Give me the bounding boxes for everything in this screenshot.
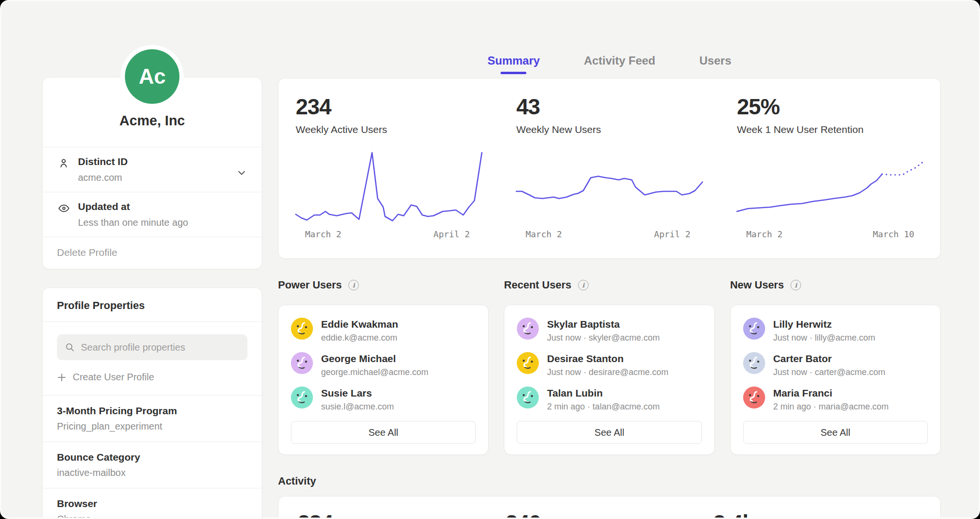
user-avatar bbox=[743, 352, 765, 374]
user-list-item[interactable]: Eddie Kwakman eddie.k@acme.com bbox=[291, 318, 476, 343]
org-avatar: Ac bbox=[125, 49, 179, 104]
profile-properties-card: Profile Properties Create User Profile bbox=[42, 287, 262, 519]
property-value: Pricing_plan_experiment bbox=[57, 421, 247, 432]
stat-label: Week 1 New User Retention bbox=[737, 124, 923, 135]
user-avatar bbox=[291, 386, 313, 409]
user-list-item[interactable]: Lilly Herwitz Just now · lilly@acme.com bbox=[743, 318, 928, 343]
user-name: Talan Lubin bbox=[547, 386, 659, 399]
tab-activity-feed[interactable]: Activity Feed bbox=[584, 54, 655, 74]
user-list-item[interactable]: Skylar Baptista Just now · skyler@acme.c… bbox=[517, 318, 702, 343]
x-tick-label: April 2 bbox=[654, 229, 690, 239]
property-list: 3-Month Pricing Program Pricing_plan_exp… bbox=[43, 395, 262, 519]
search-input[interactable] bbox=[81, 342, 240, 353]
x-axis: March 2April 2 bbox=[296, 229, 482, 242]
user-name: Eddie Kwakman bbox=[321, 318, 398, 330]
power-users-card: Eddie Kwakman eddie.k@acme.com George Mi… bbox=[278, 305, 489, 455]
distinct-id-row[interactable]: Distinct ID acme.com bbox=[43, 147, 262, 192]
tab-bar: Summary Activity Feed Users bbox=[278, 54, 941, 74]
profile-properties-title: Profile Properties bbox=[43, 288, 262, 322]
eye-icon bbox=[57, 201, 70, 215]
user-subtext: susie.l@acme.com bbox=[321, 402, 394, 412]
section-title: New Users bbox=[730, 279, 784, 291]
user-avatar bbox=[517, 352, 539, 374]
user-name: Carter Bator bbox=[773, 352, 885, 364]
create-user-profile-button[interactable]: Create User Profile bbox=[57, 372, 154, 383]
activity-stat-value: 234 bbox=[298, 510, 505, 519]
updated-at-row: Updated at Less than one minute ago bbox=[43, 192, 262, 237]
user-subtext: Just now · desirare@acme.com bbox=[547, 367, 668, 377]
user-avatar bbox=[291, 352, 313, 374]
stat-week1-retention: 25% Week 1 New User Retention March 2Mar… bbox=[720, 94, 940, 258]
activity-card: 234 240 3.4k bbox=[278, 496, 941, 519]
property-value: inactive-mailbox bbox=[57, 467, 247, 478]
profile-properties-search[interactable] bbox=[57, 334, 247, 360]
activity-stat-value: 240 bbox=[505, 510, 713, 519]
recent-users-card: Skylar Baptista Just now · skyler@acme.c… bbox=[504, 305, 714, 455]
app-window: Ac Acme, Inc Distinct ID acme.com bbox=[0, 0, 980, 519]
chevron-down-icon[interactable] bbox=[236, 167, 247, 180]
user-name: Desirae Stanton bbox=[547, 352, 668, 364]
user-subtext: Just now · carter@acme.com bbox=[773, 367, 885, 377]
stat-weekly-active-users: 234 Weekly Active Users March 2April 2 bbox=[278, 94, 499, 258]
user-list-item[interactable]: Carter Bator Just now · carter@acme.com bbox=[743, 352, 928, 377]
tab-summary-label: Summary bbox=[488, 54, 540, 67]
plus-icon bbox=[57, 373, 67, 382]
sparkline-chart bbox=[296, 150, 482, 221]
user-avatar bbox=[743, 318, 765, 340]
property-row: Browser Chrome bbox=[43, 488, 262, 519]
user-list-item[interactable]: Susie Lars susie.l@acme.com bbox=[291, 386, 476, 412]
distinct-id-label: Distinct ID bbox=[78, 156, 228, 167]
person-icon bbox=[57, 156, 70, 169]
stat-value: 25% bbox=[737, 94, 923, 120]
x-tick-label: March 2 bbox=[525, 229, 562, 239]
info-icon[interactable]: i bbox=[348, 280, 359, 290]
tab-users[interactable]: Users bbox=[700, 54, 732, 74]
property-row: Bounce Category inactive-mailbox bbox=[43, 442, 262, 488]
activity-section-title: Activity bbox=[278, 475, 316, 487]
user-subtext: 2 min ago · talan@acme.com bbox=[547, 402, 659, 412]
profile-sidebar: Ac Acme, Inc Distinct ID acme.com bbox=[42, 77, 262, 519]
see-all-button[interactable]: See All bbox=[291, 421, 476, 444]
user-subtext: Just now · lilly@acme.com bbox=[773, 333, 875, 343]
distinct-id-value: acme.com bbox=[78, 172, 228, 183]
x-axis: March 2April 2 bbox=[516, 229, 702, 242]
x-tick-label: March 2 bbox=[305, 229, 341, 239]
user-avatar bbox=[517, 386, 539, 409]
user-cards-row: Eddie Kwakman eddie.k@acme.com George Mi… bbox=[278, 305, 941, 455]
user-subtext: eddie.k@acme.com bbox=[321, 333, 398, 343]
see-all-button[interactable]: See All bbox=[517, 421, 702, 444]
user-avatar bbox=[743, 386, 765, 409]
recent-users-header: Recent Users i bbox=[504, 279, 714, 291]
property-name: Bounce Category bbox=[57, 452, 247, 463]
x-tick-label: March 10 bbox=[873, 229, 914, 239]
see-all-button[interactable]: See All bbox=[743, 421, 928, 444]
property-name: Browser bbox=[57, 498, 247, 509]
user-subtext: Just now · skyler@acme.com bbox=[547, 333, 659, 343]
avatar-ring: Ac bbox=[121, 45, 184, 108]
user-name: Skylar Baptista bbox=[547, 318, 659, 330]
info-icon[interactable]: i bbox=[578, 280, 589, 290]
property-name: 3-Month Pricing Program bbox=[57, 405, 247, 417]
create-user-profile-label: Create User Profile bbox=[73, 372, 154, 383]
user-list-item[interactable]: Talan Lubin 2 min ago · talan@acme.com bbox=[517, 386, 702, 412]
tab-activity-feed-label: Activity Feed bbox=[584, 54, 655, 67]
stat-label: Weekly Active Users bbox=[296, 124, 482, 135]
power-users-header: Power Users i bbox=[278, 279, 489, 291]
updated-at-label: Updated at bbox=[78, 201, 247, 212]
tab-users-label: Users bbox=[700, 54, 732, 67]
user-list-item[interactable]: George Michael george.michael@acme.com bbox=[291, 352, 476, 377]
x-axis: March 2March 10 bbox=[737, 229, 923, 242]
user-list-item[interactable]: Desirae Stanton Just now · desirare@acme… bbox=[517, 352, 702, 377]
property-value: Chrome bbox=[57, 514, 247, 519]
user-name: Maria Franci bbox=[773, 386, 889, 399]
new-users-card: Lilly Herwitz Just now · lilly@acme.com … bbox=[730, 305, 941, 455]
stat-label: Weekly New Users bbox=[516, 124, 702, 135]
info-icon[interactable]: i bbox=[791, 280, 801, 290]
delete-profile-button[interactable]: Delete Profile bbox=[43, 237, 262, 269]
user-list-item[interactable]: Maria Franci 2 min ago · maria@acme.com bbox=[743, 386, 928, 412]
stat-value: 43 bbox=[516, 94, 702, 120]
user-section-headers: Power Users i Recent Users i New Users i bbox=[278, 279, 941, 291]
user-subtext: 2 min ago · maria@acme.com bbox=[773, 402, 889, 412]
x-tick-label: March 2 bbox=[746, 229, 782, 239]
tab-summary[interactable]: Summary bbox=[488, 54, 540, 74]
